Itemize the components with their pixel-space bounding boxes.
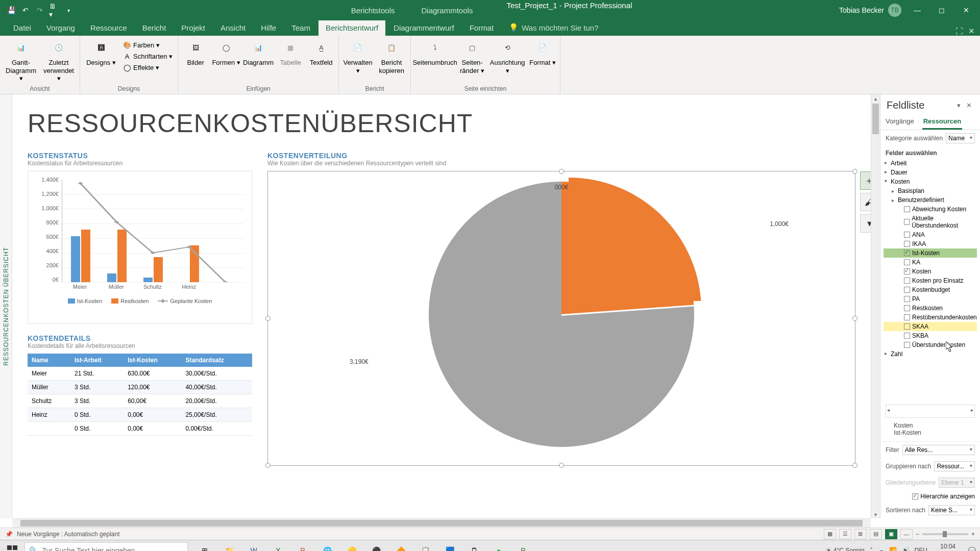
horizontal-scroll-box[interactable]: ◂ ▸: [886, 405, 975, 418]
filter-select[interactable]: Alle Res...: [902, 445, 975, 455]
tree-node-kosten[interactable]: Kosten: [884, 177, 977, 186]
designs-button[interactable]: 🅰 Designs ▾: [83, 38, 119, 67]
tab-ressource[interactable]: Ressource: [83, 20, 134, 36]
chart-button[interactable]: 📊Diagramm: [242, 38, 274, 67]
field-checkbox[interactable]: [904, 323, 910, 330]
tree-leaf[interactable]: ANA: [884, 230, 977, 239]
save-icon[interactable]: 💾: [6, 5, 16, 15]
fonts-button[interactable]: ASchriftarten ▾: [121, 51, 175, 61]
tree-leaf[interactable]: Aktuelle Überstundenkost: [884, 214, 977, 230]
zoom-out-button[interactable]: −: [916, 531, 919, 538]
taskbar-app-word[interactable]: W: [242, 540, 265, 552]
field-checkbox[interactable]: [904, 342, 910, 348]
resize-handle[interactable]: [852, 169, 857, 174]
panel-close-icon[interactable]: ✕: [964, 102, 974, 109]
tray-onedrive-icon[interactable]: ☁: [878, 547, 884, 552]
taskbar-app-powerpoint[interactable]: P: [291, 540, 314, 552]
resize-handle[interactable]: [852, 316, 857, 321]
tray-language[interactable]: DEU: [915, 547, 927, 552]
contextual-tab-reporttools[interactable]: Berichtstools: [348, 1, 398, 20]
tree-leaf[interactable]: PA: [884, 294, 977, 304]
view-shortcut-1[interactable]: ▦: [824, 529, 836, 539]
pie-chart[interactable]: [429, 182, 694, 447]
tray-network-icon[interactable]: 📶: [889, 547, 897, 552]
field-checkbox[interactable]: [904, 206, 910, 212]
chart-filter-button[interactable]: ▾: [860, 214, 871, 233]
zoom-slider[interactable]: [922, 533, 968, 535]
horizontal-scrollbar[interactable]: [12, 518, 871, 528]
groupby-select[interactable]: Ressour...: [934, 461, 975, 471]
panel-tab-ressourcen[interactable]: Ressourcen: [922, 114, 962, 130]
view-shortcut-6[interactable]: —: [900, 529, 913, 539]
tree-leaf[interactable]: Überstundenkosten: [884, 340, 977, 349]
tray-notifications-icon[interactable]: 💬: [968, 547, 976, 552]
resize-handle[interactable]: [559, 169, 564, 174]
taskbar-app-8[interactable]: 🗒: [462, 540, 486, 552]
margins-button[interactable]: ▢Seiten-ränder ▾: [458, 38, 486, 74]
resize-handle[interactable]: [265, 316, 271, 321]
tell-me-input[interactable]: 💡 Was möchten Sie tun?: [502, 20, 605, 36]
tree-leaf[interactable]: Restüberstundenkosten: [884, 313, 977, 322]
pagebreak-button[interactable]: ⤵Seitenumbruch: [414, 38, 456, 67]
bar-chart[interactable]: 1,400€1,200€1,000€800€600€400€200€0€ Mei…: [28, 171, 252, 324]
panel-tab-vorgaenge[interactable]: Vorgänge: [885, 114, 915, 130]
tree-node-arbeit[interactable]: Arbeit: [884, 159, 977, 168]
taskbar-app-explorer[interactable]: 📁: [217, 540, 241, 552]
tab-format[interactable]: Format: [462, 20, 501, 36]
tree-leaf[interactable]: IKAA: [884, 239, 977, 248]
scroll-down-icon[interactable]: ▾: [871, 510, 880, 518]
taskbar-app-excel[interactable]: X: [266, 540, 290, 552]
tree-leaf[interactable]: Kosten: [884, 267, 977, 276]
table-row[interactable]: Meier21 Std.630,00€30,00€/Std.: [28, 367, 252, 381]
minimize-icon[interactable]: —: [909, 3, 926, 17]
contextual-tab-charttools[interactable]: Diagrammtools: [419, 1, 476, 20]
field-checkbox[interactable]: [904, 296, 910, 302]
view-shortcut-3[interactable]: ⊞: [854, 529, 867, 539]
report-canvas[interactable]: RESSOURCENKOSTENÜBERSICHT KOSTENSTATUS K…: [12, 94, 871, 518]
tree-node-benutzer[interactable]: ▸Benutzerdefiniert: [884, 195, 977, 205]
field-tree[interactable]: Arbeit Dauer Kosten ▸Basisplan ▸Benutzer…: [880, 158, 980, 403]
table-row[interactable]: Müller3 Std.120,00€40,00€/Std.: [28, 381, 252, 394]
tree-leaf[interactable]: SKAA: [884, 322, 977, 331]
field-checkbox[interactable]: [904, 333, 910, 339]
doc-icon[interactable]: 🗎▾: [49, 5, 59, 15]
field-checkbox[interactable]: [904, 278, 910, 284]
recent-button[interactable]: 🕓 Zuletzt verwendet ▾: [41, 38, 77, 83]
field-checkbox[interactable]: [904, 314, 910, 320]
taskbar-app-chrome[interactable]: 🟡: [340, 540, 363, 552]
tab-ansicht[interactable]: Ansicht: [213, 20, 253, 36]
panel-options-icon[interactable]: ▾: [953, 102, 964, 109]
tree-leaf[interactable]: KA: [884, 258, 977, 267]
scroll-thumb[interactable]: [872, 104, 879, 134]
pie-chart-container[interactable]: 000€ 1,000€ 3,190€ ＋ 🖌 ▾ Diagrammelement…: [267, 171, 855, 466]
start-button[interactable]: [0, 540, 24, 552]
tree-node-zahl[interactable]: Zahl: [884, 349, 977, 359]
chart-elements-button[interactable]: ＋: [860, 171, 871, 190]
tree-leaf[interactable]: Restkosten: [884, 304, 977, 313]
task-view-button[interactable]: ⊞: [193, 540, 216, 552]
tray-time[interactable]: 10:04: [933, 543, 963, 550]
selected-field-kosten[interactable]: Kosten: [894, 422, 975, 429]
user-menu[interactable]: Tobias Becker TB: [839, 4, 901, 17]
taskbar-app-obs[interactable]: ⚫: [364, 540, 388, 552]
scroll-right-icon[interactable]: ▸: [971, 407, 973, 413]
tab-berichtsentwurf[interactable]: Berichtsentwurf: [318, 20, 385, 36]
sort-select[interactable]: Keine S...: [928, 505, 975, 515]
field-checkbox[interactable]: [904, 305, 910, 311]
effects-button[interactable]: ◯Effekte ▾: [121, 62, 175, 72]
hierarchy-checkbox[interactable]: [912, 493, 918, 499]
taskbar-app-edge[interactable]: 🌐: [315, 540, 339, 552]
tree-leaf[interactable]: Abweichung Kosten: [884, 205, 977, 214]
taskbar-search[interactable]: 🔍 Zur Suche Text hier eingeben: [24, 542, 188, 552]
tree-leaf[interactable]: Kosten pro Einsatz: [884, 276, 977, 285]
field-checkbox[interactable]: [904, 232, 910, 238]
tab-team[interactable]: Team: [284, 20, 317, 36]
orientation-button[interactable]: ⟲Ausrichtung ▾: [488, 38, 526, 74]
copy-report-button[interactable]: 📋Bericht kopieren: [376, 38, 407, 74]
vertical-scrollbar[interactable]: ▴ ▾: [871, 94, 880, 518]
tree-leaf[interactable]: Ist-Kosten: [884, 248, 977, 258]
resize-handle[interactable]: [852, 463, 857, 468]
resize-handle[interactable]: [265, 463, 271, 468]
colors-button[interactable]: 🎨Farben ▾: [121, 40, 175, 50]
field-checkbox[interactable]: [904, 259, 910, 265]
